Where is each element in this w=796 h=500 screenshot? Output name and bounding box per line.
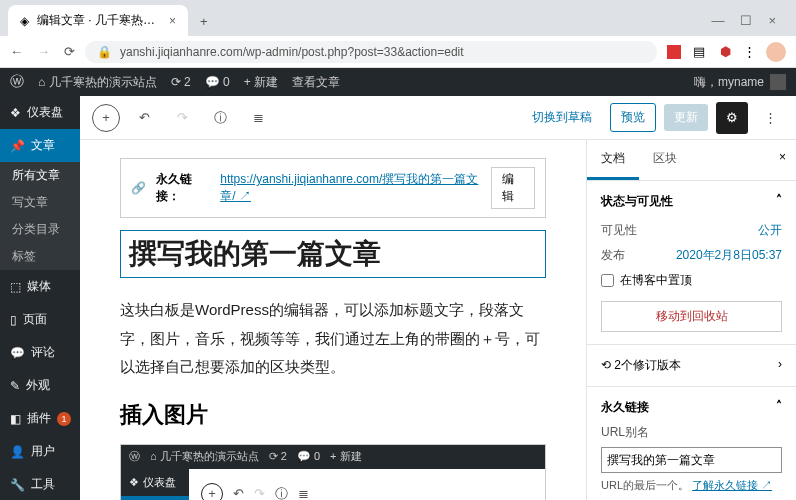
publish-date-value[interactable]: 2020年2月8日05:37 <box>676 247 782 264</box>
permalink-label: 永久链接： <box>156 171 210 205</box>
url-text: yanshi.jiqianhanre.com/wp-admin/post.php… <box>120 45 464 59</box>
ss-dashboard: ❖ 仪表盘 <box>121 469 189 496</box>
chevron-right-icon: › <box>778 357 782 374</box>
sidebar-item-comments[interactable]: 💬评论 <box>0 336 80 369</box>
browser-tab[interactable]: ◈ 编辑文章 · 几千寒热的演示站点 × <box>8 5 188 36</box>
greeting[interactable]: 嗨，myname <box>694 74 764 91</box>
learn-permalink-link[interactable]: 了解永久链接 ↗ <box>692 479 772 491</box>
add-block-button[interactable]: + <box>92 104 120 132</box>
permalink-url[interactable]: https://yanshi.jiqianhanre.com/撰写我的第一篇文章… <box>220 171 481 205</box>
post-title-block[interactable]: 撰写我的第一篇文章 <box>120 230 546 278</box>
page-icon: ▯ <box>10 313 17 327</box>
sidebar-item-dashboard[interactable]: ❖仪表盘 <box>0 96 80 129</box>
permalink-bar: 🔗 永久链接： https://yanshi.jiqianhanre.com/撰… <box>120 158 546 218</box>
submenu-write-post[interactable]: 写文章 <box>0 189 80 216</box>
tab-document[interactable]: 文档 <box>587 140 639 180</box>
update-badge: 1 <box>57 412 71 426</box>
more-options-button[interactable]: ⋮ <box>756 104 784 132</box>
address-bar[interactable]: 🔒 yanshi.jiqianhanre.com/wp-admin/post.p… <box>85 41 657 63</box>
status-panel-header[interactable]: 状态与可见性˄ <box>601 193 782 210</box>
redo-button[interactable]: ↷ <box>168 104 196 132</box>
lock-icon: 🔒 <box>97 45 112 59</box>
user-avatar-icon[interactable] <box>770 74 786 90</box>
visibility-value[interactable]: 公开 <box>758 222 782 239</box>
site-name[interactable]: ⌂ 几千寒热的演示站点 <box>38 74 157 91</box>
tab-title: 编辑文章 · 几千寒热的演示站点 <box>37 12 161 29</box>
permalink-panel-header[interactable]: 永久链接˄ <box>601 399 782 416</box>
undo-button[interactable]: ↶ <box>130 104 158 132</box>
new-button[interactable]: + 新建 <box>244 74 278 91</box>
revisions-panel[interactable]: ⟲ 2个修订版本› <box>587 345 796 387</box>
sidebar-item-plugins[interactable]: ◧插件1 <box>0 402 80 435</box>
submenu-all-posts[interactable]: 所有文章 <box>0 162 80 189</box>
embedded-screenshot: ⓦ ⌂ 几千寒热的演示站点 ⟳ 2 💬 0 + 新建 ❖ 仪表盘 📌 文章 所有… <box>120 444 546 501</box>
sidebar-item-appearance[interactable]: ✎外观 <box>0 369 80 402</box>
updates-button[interactable]: ⟳ 2 <box>171 75 191 89</box>
switch-to-draft-button[interactable]: 切换到草稿 <box>522 103 602 132</box>
sidebar-item-pages[interactable]: ▯页面 <box>0 303 80 336</box>
heading-block[interactable]: 插入图片 <box>120 400 546 430</box>
submenu-tags[interactable]: 标签 <box>0 243 80 270</box>
sidebar-item-posts[interactable]: 📌文章 <box>0 129 80 162</box>
plugin-icon: ◧ <box>10 412 21 426</box>
close-window-icon[interactable]: × <box>768 13 776 28</box>
extension-icon[interactable]: ▤ <box>691 44 707 60</box>
minimize-icon[interactable]: — <box>711 13 724 28</box>
forward-icon[interactable]: → <box>37 44 50 59</box>
extension-icon[interactable]: ⬢ <box>717 44 733 60</box>
preview-button[interactable]: 预览 <box>610 103 656 132</box>
new-tab-button[interactable]: + <box>192 7 216 36</box>
link-icon: 🔗 <box>131 181 146 195</box>
ss-posts: 📌 文章 <box>121 496 189 501</box>
chevron-up-icon: ˄ <box>776 399 782 416</box>
wp-logo-icon: ⓦ <box>129 449 140 464</box>
tab-block[interactable]: 区块 <box>639 140 691 180</box>
ss-add-icon: +↗ <box>201 483 223 501</box>
settings-toggle-button[interactable]: ⚙ <box>716 102 748 134</box>
post-title[interactable]: 撰写我的第一篇文章 <box>129 235 537 273</box>
sidebar-item-media[interactable]: ⬚媒体 <box>0 270 80 303</box>
move-to-trash-button[interactable]: 移动到回收站 <box>601 301 782 332</box>
user-icon: 👤 <box>10 445 25 459</box>
update-button[interactable]: 更新 <box>664 104 708 131</box>
submenu-categories[interactable]: 分类目录 <box>0 216 80 243</box>
media-icon: ⬚ <box>10 280 21 294</box>
comments-button[interactable]: 💬 0 <box>205 75 230 89</box>
close-inspector-button[interactable]: × <box>769 140 796 180</box>
chevron-up-icon: ˄ <box>776 193 782 210</box>
close-icon[interactable]: × <box>169 14 176 28</box>
url-slug-input[interactable] <box>601 447 782 473</box>
edit-permalink-button[interactable]: 编辑 <box>491 167 535 209</box>
dashboard-icon: ❖ <box>10 106 21 120</box>
wordpress-logo-icon[interactable]: ⓦ <box>10 73 24 91</box>
sidebar-item-tools[interactable]: 🔧工具 <box>0 468 80 500</box>
brush-icon: ✎ <box>10 379 20 393</box>
home-icon: ⌂ <box>38 75 45 89</box>
paragraph-block[interactable]: 这块白板是WordPress的编辑器，可以添加标题文字，段落文字，图片，音乐，视… <box>120 296 546 382</box>
comment-icon: 💬 <box>10 346 25 360</box>
pin-icon: 📌 <box>10 139 25 153</box>
sidebar-item-users[interactable]: 👤用户 <box>0 435 80 468</box>
sticky-checkbox[interactable] <box>601 274 614 287</box>
ss-site: ⌂ 几千寒热的演示站点 <box>150 449 259 464</box>
back-icon[interactable]: ← <box>10 44 23 59</box>
outline-button[interactable]: ≣ <box>244 104 272 132</box>
tab-favicon: ◈ <box>20 14 29 28</box>
maximize-icon[interactable]: ☐ <box>740 13 752 28</box>
info-button[interactable]: ⓘ <box>206 104 234 132</box>
extension-icon[interactable] <box>667 45 681 59</box>
tool-icon: 🔧 <box>10 478 25 492</box>
reload-icon[interactable]: ⟳ <box>64 44 75 59</box>
profile-avatar[interactable] <box>766 42 786 62</box>
view-post-button[interactable]: 查看文章 <box>292 74 340 91</box>
menu-icon[interactable]: ⋮ <box>743 44 756 59</box>
